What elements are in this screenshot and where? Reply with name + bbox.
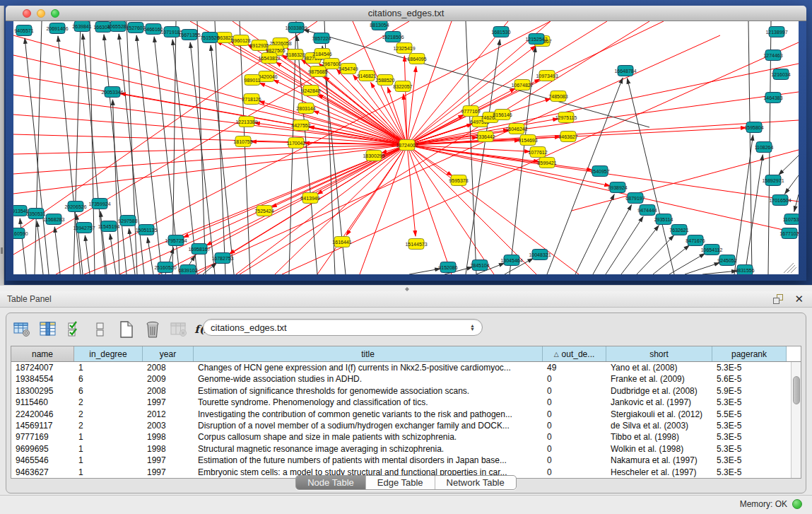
graph-node[interactable]: 8186328 [286, 49, 305, 60]
graph-node[interactable]: 8322057 [393, 81, 412, 92]
column-header-year[interactable]: year [143, 346, 194, 361]
column-header-short[interactable]: short [606, 346, 712, 361]
graph-node[interactable]: 1677102 [779, 228, 799, 239]
graph-node[interactable]: 2718126 [242, 94, 261, 105]
graph-node[interactable]: 18724007 [396, 140, 418, 151]
graph-node[interactable]: 2935114 [654, 214, 673, 225]
graph-node[interactable]: 11568283 [43, 214, 65, 225]
graph-node[interactable]: 16648784 [614, 66, 636, 76]
graph-edge[interactable] [313, 111, 407, 145]
table-row[interactable]: 1872400712008Changes of HCN gene express… [11, 362, 801, 373]
window-titlebar[interactable]: citations_edges.txt [6, 6, 806, 21]
graph-node[interactable]: 8599421 [537, 158, 556, 168]
graph-edge[interactable] [110, 234, 116, 274]
table-vertical-scrollbar[interactable] [791, 362, 801, 478]
graph-node[interactable]: 12975115 [555, 112, 577, 123]
graph-node[interactable]: 2184546 [312, 49, 331, 59]
graph-node[interactable]: 13045464 [500, 255, 522, 266]
graph-node[interactable]: 1216034 [771, 69, 790, 80]
graph-edge[interactable] [54, 227, 60, 274]
graph-node[interactable]: 8413949 [300, 193, 319, 204]
network-canvas[interactable]: 1872400779638228960128891293525226058982… [13, 21, 799, 274]
graph-node[interactable]: 20691406 [46, 23, 68, 34]
graph-node[interactable]: 15051135 [136, 225, 158, 235]
graph-node[interactable]: 1107533 [783, 214, 799, 225]
graph-node[interactable]: 9463627 [558, 132, 577, 142]
scrollbar-thumb[interactable] [793, 376, 800, 404]
collapsed-control-panel[interactable] [0, 6, 4, 285]
graph-edge[interactable] [653, 245, 689, 274]
graph-node[interactable]: 20053346 [101, 87, 123, 98]
graph-node[interactable]: 8156146 [493, 110, 512, 120]
graph-node[interactable]: 7632621 [669, 225, 688, 235]
table-row[interactable]: 1938455462009Genome-wide association stu… [11, 373, 801, 385]
graph-node[interactable]: 9875685 [308, 66, 327, 77]
graph-node[interactable]: 16543812 [258, 53, 280, 64]
graph-edge[interactable] [606, 216, 643, 274]
graph-edge[interactable] [621, 226, 659, 274]
canvas-resize-grip-icon[interactable] [784, 263, 796, 273]
graph-edge[interactable] [794, 194, 799, 211]
window-zoom-button[interactable] [51, 9, 59, 18]
graph-node[interactable]: 17016504 [769, 195, 791, 206]
graph-node[interactable]: 12152543 [525, 34, 547, 45]
graph-edge[interactable] [734, 135, 753, 274]
graph-node[interactable]: 1527607 [126, 23, 145, 33]
table-settings-icon[interactable] [12, 320, 32, 339]
table-row[interactable]: 911546021997Tourette syndrome. Phenomeno… [11, 397, 801, 408]
new-table-icon[interactable] [117, 320, 136, 339]
graph-node[interactable]: 8960128 [231, 35, 250, 46]
graph-node[interactable]: 9297588 [118, 216, 137, 226]
table-row[interactable]: 2242004622012Investigating the contribut… [11, 409, 801, 420]
graph-node[interactable]: 10973493 [536, 71, 558, 81]
graph-node[interactable]: 12213389 [235, 117, 257, 127]
graph-node[interactable]: 2336442 [476, 132, 495, 142]
select-column-icon[interactable] [38, 320, 58, 339]
graph-edge[interactable] [407, 145, 416, 236]
window-close-button[interactable] [23, 9, 31, 18]
graph-edge[interactable] [25, 38, 49, 274]
panel-expand-handle-icon[interactable] [1, 247, 3, 254]
graph-node[interactable]: 8813054 [370, 21, 389, 30]
graph-edge[interactable] [407, 145, 530, 151]
graph-node[interactable]: 13942757 [73, 223, 95, 233]
graph-node[interactable]: 1274463 [763, 50, 782, 61]
graph-edge[interactable] [409, 269, 440, 274]
graph-node[interactable]: 6879197 [625, 193, 645, 204]
graph-edge[interactable] [37, 221, 43, 274]
graph-node[interactable]: 10654112 [701, 245, 723, 255]
table-row[interactable]: 1456911722003Disruption of a novel membe… [11, 420, 801, 431]
graph-node[interactable]: 2639841 [72, 21, 91, 32]
column-header-name[interactable]: name [11, 346, 74, 361]
graph-node[interactable]: 16046242 [505, 124, 527, 134]
graph-node[interactable]: 9245052 [717, 255, 736, 266]
graph-edge[interactable] [85, 235, 90, 274]
graph-node[interactable]: 12325419 [393, 43, 415, 54]
table-row[interactable]: 977716911998Corpus callosum shape and si… [11, 431, 801, 443]
graph-edge[interactable] [628, 78, 674, 274]
column-header-title[interactable]: title [194, 346, 543, 361]
graph-node[interactable]: 9154693 [518, 135, 537, 146]
table-row[interactable]: 969969511998Structural magnetic resonanc… [11, 443, 801, 455]
graph-node[interactable]: 1681530 [491, 27, 510, 37]
graph-node[interactable]: 1616441 [332, 237, 351, 247]
graph-edge[interactable] [637, 235, 673, 274]
graph-edge[interactable] [575, 194, 614, 274]
graph-node[interactable]: 17359924 [88, 199, 110, 209]
graph-edge[interactable] [104, 35, 126, 274]
graph-node[interactable]: 11545194 [98, 221, 120, 232]
close-panel-icon[interactable]: ✕ [794, 293, 804, 305]
graph-node[interactable]: 10674827 [511, 80, 533, 90]
graph-node[interactable]: 9405571 [14, 25, 33, 36]
graph-node[interactable]: 9146821 [357, 71, 376, 81]
graph-node[interactable]: 8427552 [291, 120, 310, 131]
float-panel-icon[interactable] [773, 294, 784, 305]
graph-edge[interactable] [785, 175, 799, 194]
graph-node[interactable]: 989011 [245, 75, 261, 86]
graph-edge[interactable] [702, 271, 737, 274]
tab-edge-table[interactable]: Edge Table [366, 476, 435, 489]
graph-node[interactable]: 9777169 [461, 106, 480, 117]
graph-node[interactable]: 9242848 [301, 86, 320, 96]
graph-node[interactable]: 1108264 [755, 142, 774, 153]
rows-icon[interactable] [90, 320, 110, 339]
